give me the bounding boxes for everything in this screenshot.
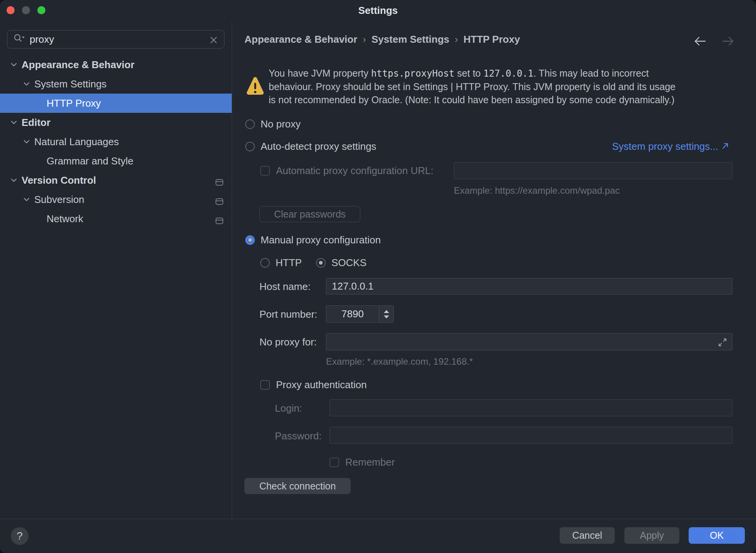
warning-property-name: https.proxyHost (371, 68, 455, 79)
sidebar-item-system-settings[interactable]: System Settings (0, 74, 232, 94)
system-proxy-settings-label[interactable]: System proxy settings... (612, 141, 718, 152)
warning-property-value: 127.0.0.1 (483, 68, 534, 79)
login-label: Login: (275, 402, 302, 414)
breadcrumb-system-settings[interactable]: System Settings (371, 34, 449, 45)
password-label: Password: (275, 430, 321, 442)
host-name-input[interactable] (326, 278, 732, 294)
login-input[interactable] (330, 400, 732, 416)
stepper-down-icon (383, 315, 390, 319)
tree-item-label: Grammar and Style (47, 155, 133, 167)
auto-url-label[interactable]: Automatic proxy configuration URL: (276, 165, 433, 177)
remember-checkbox[interactable] (329, 457, 339, 467)
ok-button[interactable]: OK (689, 527, 745, 544)
settings-window: Settings (0, 0, 756, 553)
check-connection-button[interactable]: Check connection (244, 478, 351, 494)
port-stepper[interactable] (379, 306, 393, 322)
search-icon (13, 34, 25, 45)
sidebar-item-editor[interactable]: Editor (0, 113, 232, 132)
tree-item-label: Subversion (34, 194, 84, 206)
warning-icon (246, 76, 264, 99)
auto-url-checkbox[interactable] (260, 166, 270, 176)
back-arrow-icon[interactable] (694, 36, 707, 47)
no-proxy-radio[interactable] (245, 119, 255, 129)
chevron-down-icon[interactable] (23, 80, 30, 88)
chevron-down-icon[interactable] (23, 196, 30, 203)
sidebar-item-version-control[interactable]: Version Control (0, 171, 232, 190)
system-proxy-settings-link[interactable]: System proxy settings... (612, 141, 729, 152)
http-proxy-page: Appearance & Behavior›System Settings›HT… (232, 22, 756, 519)
clear-passwords-button[interactable]: Clear passwords (259, 206, 360, 222)
window-title: Settings (0, 5, 756, 17)
auto-url-example: Example: https://example.com/wpad.pac (454, 185, 620, 196)
breadcrumb-separator: › (357, 34, 371, 45)
stepper-up-icon (383, 310, 390, 313)
sidebar-item-grammar-and-style[interactable]: Grammar and Style (0, 151, 232, 171)
password-field[interactable] (329, 427, 733, 444)
sidebar-item-subversion[interactable]: Subversion (0, 190, 232, 209)
settings-tree: Appearance & Behavior System Settings HT… (0, 55, 232, 228)
sidebar-item-network[interactable]: Network (0, 209, 232, 228)
auto-url-field[interactable] (454, 162, 733, 179)
help-button[interactable]: ? (11, 527, 28, 545)
jvm-proxy-warning: You have JVM property https.proxyHost se… (269, 67, 676, 106)
expand-field-icon[interactable] (718, 337, 728, 350)
warning-text: set to (455, 68, 483, 79)
proxy-auth-checkbox[interactable] (260, 380, 270, 390)
password-input[interactable] (330, 427, 732, 443)
http-radio[interactable] (260, 258, 270, 268)
login-field[interactable] (329, 399, 733, 416)
history-nav (694, 36, 734, 47)
port-number-field[interactable]: 7890 (326, 305, 394, 323)
tree-item-label: Editor (22, 117, 50, 129)
auto-detect-label[interactable]: Auto-detect proxy settings (261, 141, 376, 152)
manual-proxy-label[interactable]: Manual proxy configuration (261, 234, 381, 246)
remember-label[interactable]: Remember (345, 456, 395, 468)
external-link-icon (721, 141, 729, 152)
window-scope-icon (216, 176, 223, 188)
clear-search-icon[interactable] (209, 35, 218, 44)
chevron-down-icon[interactable] (23, 138, 30, 146)
sidebar-item-appearance-behavior[interactable]: Appearance & Behavior (0, 55, 232, 74)
cancel-button[interactable]: Cancel (560, 527, 615, 544)
tree-item-label: Network (47, 213, 83, 225)
warning-text: You have JVM property (269, 68, 371, 79)
breadcrumb-http-proxy: HTTP Proxy (463, 34, 520, 45)
warning-text: behaviour. Proxy should be set in Settin… (269, 80, 676, 93)
no-proxy-for-input[interactable] (326, 333, 732, 350)
no-proxy-for-example: Example: *.example.com, 192.168.* (326, 356, 473, 367)
sidebar-item-natural-languages[interactable]: Natural Languages (0, 132, 232, 151)
tree-item-label: System Settings (34, 78, 107, 90)
breadcrumb-appearance-behavior[interactable]: Appearance & Behavior (244, 34, 357, 45)
settings-sidebar: Appearance & Behavior System Settings HT… (0, 22, 232, 519)
breadcrumb-separator: › (449, 34, 463, 45)
tree-item-label: Appearance & Behavior (22, 59, 134, 71)
http-label[interactable]: HTTP (276, 257, 302, 269)
socks-radio[interactable] (316, 258, 326, 268)
no-proxy-for-field[interactable] (326, 333, 733, 350)
manual-proxy-radio[interactable] (245, 235, 255, 245)
chevron-down-icon[interactable] (10, 119, 18, 126)
no-proxy-label[interactable]: No proxy (261, 118, 301, 130)
search-input[interactable] (30, 34, 209, 45)
proxy-auth-label[interactable]: Proxy authentication (276, 379, 367, 391)
chevron-down-icon[interactable] (10, 61, 18, 69)
host-name-field[interactable] (326, 278, 733, 295)
tree-item-label: Natural Languages (34, 136, 119, 148)
tree-item-label: HTTP Proxy (47, 97, 101, 109)
titlebar: Settings (0, 0, 756, 22)
warning-text: is not recommended by Oracle. (Note: It … (269, 93, 676, 106)
apply-button[interactable]: Apply (624, 527, 679, 544)
dialog-footer: ? Cancel Apply OK (0, 519, 756, 553)
port-number-label: Port number: (259, 308, 317, 320)
no-proxy-for-label: No proxy for: (259, 336, 317, 348)
window-scope-icon (216, 215, 223, 227)
chevron-down-icon[interactable] (10, 176, 18, 184)
settings-search-box[interactable] (7, 30, 224, 49)
forward-arrow-icon[interactable] (721, 36, 734, 47)
window-scope-icon (216, 196, 223, 208)
auto-url-input[interactable] (454, 163, 732, 179)
sidebar-item-http-proxy[interactable]: HTTP Proxy (0, 94, 232, 113)
socks-label[interactable]: SOCKS (331, 257, 366, 269)
port-number-value[interactable]: 7890 (326, 306, 379, 322)
auto-detect-radio[interactable] (245, 142, 255, 151)
